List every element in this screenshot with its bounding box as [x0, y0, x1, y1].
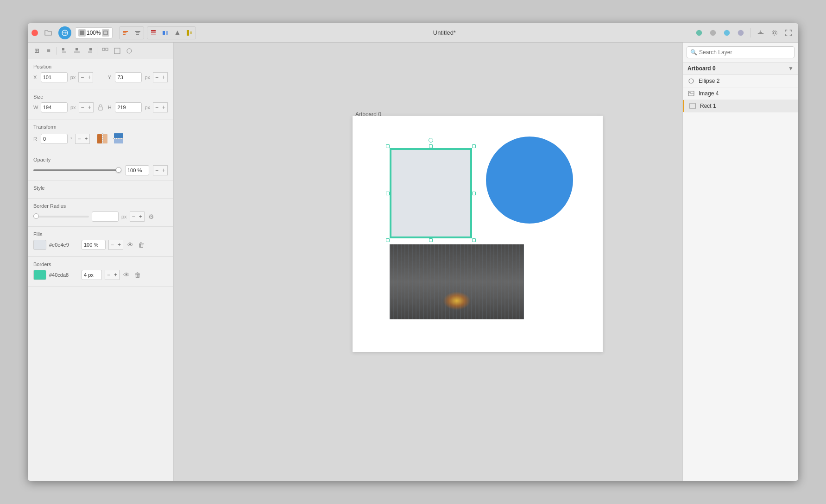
opacity-input[interactable] [125, 165, 149, 175]
cloud-tool-2[interactable] [707, 27, 719, 39]
handle-top-left[interactable] [386, 144, 390, 148]
fill-opacity-increment[interactable]: + [116, 240, 123, 250]
zoom-control[interactable]: 100% [75, 27, 113, 38]
h-input[interactable] [115, 102, 142, 112]
w-stepper[interactable]: − + [79, 102, 94, 112]
border-visibility-button[interactable]: 👁 [122, 271, 131, 279]
y-input[interactable] [115, 72, 142, 82]
fill-opacity-decrement[interactable]: − [108, 240, 116, 250]
zoom-fullscreen[interactable] [102, 29, 109, 37]
x-decrement[interactable]: − [78, 72, 86, 82]
y-increment[interactable]: + [160, 72, 168, 82]
lt-list[interactable]: ≡ [44, 46, 54, 56]
r-stepper[interactable]: − + [75, 134, 90, 144]
fill-visibility-button[interactable]: 👁 [126, 241, 134, 249]
br-decrement[interactable]: − [130, 212, 137, 222]
flip-h-button[interactable] [96, 132, 109, 145]
align-tool-2[interactable] [132, 27, 144, 39]
arrange-tool-2[interactable] [159, 27, 171, 39]
cloud-tool-4[interactable] [735, 27, 747, 39]
lt-align-tc[interactable] [72, 46, 82, 56]
r-increment[interactable]: + [82, 134, 90, 144]
x-increment[interactable]: + [86, 72, 93, 82]
border-decrement[interactable]: − [105, 270, 112, 280]
border-radius-input[interactable] [92, 212, 119, 222]
x-stepper[interactable]: − + [78, 72, 93, 82]
border-width-input[interactable] [82, 270, 102, 280]
rect-shape[interactable] [390, 148, 472, 238]
y-decrement[interactable]: − [153, 72, 160, 82]
border-radius-section: Border Radius px − + ⚙ [28, 199, 173, 227]
fill-color-swatch[interactable] [33, 240, 46, 250]
artboard[interactable] [353, 116, 603, 352]
handle-mid-right[interactable] [472, 192, 476, 195]
layer-item-ellipse2[interactable]: Ellipse 2 [683, 75, 798, 87]
open-file-button[interactable] [42, 26, 55, 39]
x-input[interactable] [41, 72, 68, 82]
br-increment[interactable]: + [137, 212, 145, 222]
border-radius-slider[interactable] [33, 216, 89, 218]
svg-rect-7 [136, 32, 139, 33]
layer-item-rect1[interactable]: Rect 1 [683, 100, 798, 112]
svg-rect-13 [166, 31, 168, 35]
search-input[interactable] [687, 46, 794, 58]
border-color-swatch[interactable] [33, 270, 46, 280]
fill-opacity-stepper[interactable]: − + [108, 240, 123, 250]
border-delete-button[interactable]: 🗑 [133, 271, 142, 279]
image-shape[interactable] [390, 244, 524, 319]
handle-bottom-left[interactable] [386, 238, 390, 242]
settings-button[interactable] [769, 27, 781, 39]
handle-bottom-right[interactable] [472, 238, 476, 242]
fullscreen-button[interactable] [782, 27, 794, 39]
fill-delete-button[interactable]: 🗑 [137, 241, 145, 249]
lt-border-1[interactable] [100, 46, 110, 56]
opacity-increment[interactable]: + [160, 165, 168, 175]
opacity-decrement[interactable]: − [153, 165, 160, 175]
lt-border-2[interactable] [112, 46, 122, 56]
lt-grid[interactable]: ⊞ [32, 46, 42, 56]
arrange-tool-4[interactable] [183, 27, 195, 39]
border-radius-settings[interactable]: ⚙ [147, 212, 156, 221]
opacity-stepper[interactable]: − + [153, 165, 168, 175]
align-tool-1[interactable] [120, 27, 132, 39]
handle-mid-left[interactable] [386, 192, 390, 195]
arrange-tool-1[interactable] [147, 27, 159, 39]
handle-top-right[interactable] [472, 144, 476, 148]
flip-v-button[interactable] [112, 132, 125, 145]
border-stepper[interactable]: − + [105, 270, 120, 280]
opacity-slider[interactable] [33, 169, 121, 171]
br-stepper[interactable]: − + [130, 212, 145, 222]
lt-border-3[interactable] [124, 46, 134, 56]
w-increment[interactable]: + [86, 102, 94, 112]
canvas-area[interactable]: Artboard 0 [174, 43, 682, 481]
r-decrement[interactable]: − [75, 134, 82, 144]
lock-aspect-button[interactable] [96, 104, 105, 111]
fill-opacity-input[interactable] [82, 240, 106, 250]
lt-align-tr[interactable] [84, 46, 94, 56]
r-input[interactable] [41, 134, 68, 144]
y-stepper[interactable]: − + [153, 72, 168, 82]
export-button[interactable] [755, 27, 767, 39]
close-button[interactable] [32, 30, 38, 36]
arrange-tool-3[interactable] [171, 27, 183, 39]
layer-item-image4[interactable]: Image 4 [683, 87, 798, 100]
h-stepper[interactable]: − + [153, 102, 168, 112]
sync-button[interactable] [58, 26, 71, 39]
handle-top-mid[interactable] [429, 144, 433, 148]
svg-rect-4 [123, 32, 126, 33]
w-decrement[interactable]: − [79, 102, 86, 112]
opacity-thumb[interactable] [116, 167, 121, 173]
border-increment[interactable]: + [112, 270, 120, 280]
artboard-collapse-button[interactable]: ▼ [788, 65, 794, 72]
ellipse-shape[interactable] [486, 137, 573, 224]
handle-bottom-mid[interactable] [429, 238, 433, 242]
svg-rect-31 [106, 48, 108, 50]
rotate-handle[interactable] [429, 138, 433, 143]
cloud-tool-3[interactable] [721, 27, 733, 39]
h-increment[interactable]: + [160, 102, 168, 112]
h-decrement[interactable]: − [153, 102, 160, 112]
w-input[interactable] [41, 102, 68, 112]
border-radius-thumb[interactable] [33, 213, 39, 219]
lt-align-tl[interactable] [60, 46, 70, 56]
cloud-tool-1[interactable] [693, 27, 705, 39]
